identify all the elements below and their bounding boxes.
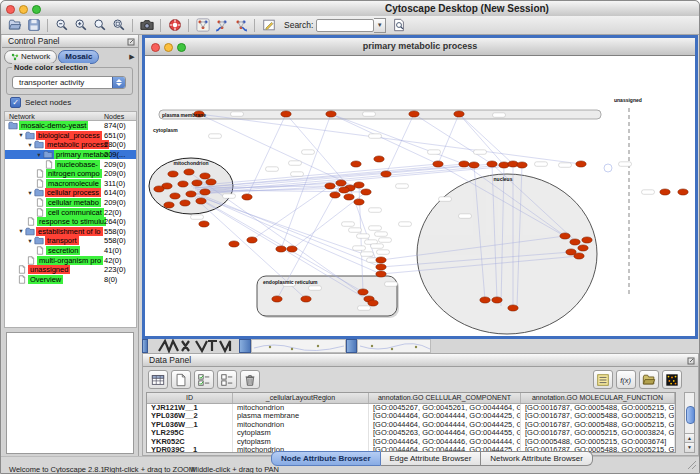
resize-grip[interactable] [687, 456, 697, 474]
scrollbar-thumb[interactable] [686, 406, 695, 424]
network-node[interactable] [351, 161, 361, 167]
view-all-networks-button[interactable] [194, 17, 211, 33]
tree-row-secretion[interactable]: secretion41(0) [5, 246, 136, 256]
network-node[interactable] [325, 183, 335, 189]
tab-scroll-right-button[interactable]: ▶ [127, 53, 137, 61]
network-node[interactable] [199, 221, 209, 227]
tree-row-metabolic-process[interactable]: ▼metabolic process280(0) [5, 140, 136, 150]
network-node[interactable] [168, 171, 178, 177]
network-node[interactable] [492, 297, 502, 303]
network-node[interactable] [180, 200, 190, 206]
advanced-search-button[interactable] [390, 17, 407, 33]
export-network-button[interactable] [232, 17, 249, 33]
network-node[interactable] [287, 246, 297, 252]
network-node[interactable] [276, 246, 286, 252]
expander-icon[interactable]: ▼ [26, 190, 34, 196]
table-row-ykr052c[interactable]: YKR052Ccytoplasm[GO:0044464, GO:0044446,… [147, 438, 675, 446]
tab-edge-attribute-browser[interactable]: Edge Attribute Browser [381, 451, 482, 466]
tree-row-response-to-stimulu[interactable]: response to stimulu264(0) [5, 217, 136, 227]
table-scrollbar[interactable]: ▲ ▼ [684, 392, 695, 453]
network-node[interactable] [361, 189, 371, 195]
network-node[interactable] [206, 179, 216, 185]
network-node[interactable] [178, 181, 188, 187]
select-attributes-button[interactable] [194, 370, 214, 389]
network-node[interactable] [508, 305, 518, 311]
snapshot-button[interactable] [138, 17, 155, 33]
search-input[interactable] [316, 19, 374, 32]
network-node[interactable] [330, 192, 340, 198]
tab-node-attribute-browser[interactable]: Node Attribute Browser [271, 451, 381, 466]
zoom-out-button[interactable] [53, 17, 70, 33]
tree-row-mosaic-demo-yeast[interactable]: mosaic-demo-yeast874(0) [5, 121, 136, 131]
network-node[interactable] [487, 161, 497, 167]
open-network-button[interactable] [6, 17, 23, 33]
select-nodes-checkbox[interactable]: ✓ [10, 97, 21, 108]
unselect-attributes-button[interactable] [217, 370, 237, 389]
float-panel-button[interactable] [127, 37, 135, 45]
network-node[interactable] [242, 194, 252, 200]
table-row-ylr295c[interactable]: YLR295Ccytoplasm[GO:0045263, GO:0044464,… [147, 429, 675, 437]
zoom-in-button[interactable] [72, 17, 89, 33]
network-node[interactable] [678, 189, 688, 195]
network-node[interactable] [376, 271, 386, 277]
network-node[interactable] [660, 189, 670, 195]
network-node[interactable] [354, 199, 364, 205]
tree-row-biological-process[interactable]: ▼biological_process651(0) [5, 131, 136, 141]
network-node[interactable] [192, 180, 202, 186]
column-header-annotation-go-cellular-component[interactable]: annotation.GO CELLULAR_COMPONENT [369, 393, 521, 403]
network-node[interactable] [374, 156, 384, 162]
network-node[interactable] [469, 162, 479, 168]
tree-row-establishment-of-lo[interactable]: ▼establishment of lo558(0) [5, 227, 136, 237]
network-node[interactable] [376, 257, 386, 263]
tree-row-nucleobase[interactable]: nucleobase-209(0) [5, 159, 136, 169]
tree-row-macromolecule[interactable]: macromolecule311(0) [5, 179, 136, 189]
zoom-selected-button[interactable] [91, 17, 108, 33]
network-node[interactable] [301, 296, 311, 302]
expander-icon[interactable]: ▼ [17, 132, 25, 138]
column-header-id[interactable]: ID [147, 393, 233, 403]
tree-row-unassigned[interactable]: unassigned223(0) [5, 265, 136, 275]
expander-icon[interactable]: ▼ [17, 228, 25, 234]
tab-network-attribute-browser[interactable]: Network Attribute Browser [481, 451, 592, 466]
network-node[interactable] [576, 161, 586, 167]
new-attribute-button[interactable] [171, 370, 191, 389]
tree-row-cell-communicat[interactable]: cell communicat22(0) [5, 207, 136, 217]
import-attributes-button[interactable] [639, 370, 659, 389]
expander-icon[interactable]: ▼ [35, 152, 43, 158]
import-network-button[interactable] [213, 17, 230, 33]
tree-row-primary-metabo[interactable]: ▼primary metabo209(... [5, 150, 136, 160]
network-node[interactable] [196, 198, 206, 204]
network-node[interactable] [574, 253, 584, 259]
network-node[interactable] [578, 245, 588, 251]
column-header-cellularlayoutregion[interactable]: _cellularLayoutRegion [233, 393, 369, 403]
network-node[interactable] [570, 239, 580, 245]
network-node[interactable] [499, 162, 509, 168]
network-node[interactable] [508, 161, 518, 167]
network-node[interactable] [454, 111, 464, 117]
attribute-table-button[interactable] [148, 370, 168, 389]
network-node[interactable] [339, 187, 349, 193]
network-node[interactable] [186, 191, 196, 197]
expander-icon[interactable]: ▼ [26, 142, 34, 148]
network-node[interactable] [326, 111, 336, 117]
network-node[interactable] [200, 173, 210, 179]
tree-row-overview[interactable]: Overview8(0) [5, 275, 136, 285]
network-node[interactable] [344, 194, 354, 200]
annotation-tool-button[interactable] [260, 17, 277, 33]
network-node[interactable] [459, 161, 469, 167]
network-node[interactable] [560, 233, 570, 239]
minimize-button[interactable] [19, 5, 28, 14]
expander-icon[interactable]: ▼ [26, 238, 34, 244]
column-header-annotation-go-molecular-function[interactable]: annotation.GO MOLECULAR_FUNCTION [521, 393, 675, 403]
attribute-list-button[interactable] [593, 370, 613, 389]
tree-row-multi-organism-pro[interactable]: multi-organism pro42(0) [5, 255, 136, 265]
node-color-combobox[interactable]: transporter activity [12, 76, 126, 89]
network-node[interactable] [409, 111, 419, 117]
network-node[interactable] [164, 202, 174, 208]
network-node[interactable] [229, 241, 239, 247]
formula-builder-button[interactable]: f(x) [616, 370, 636, 389]
network-node[interactable] [358, 289, 368, 295]
network-node[interactable] [354, 182, 364, 188]
table-row-yjr121w-1[interactable]: YJR121W__1mitochondrion[GO:0045267, GO:0… [147, 404, 675, 412]
scroll-down-button[interactable]: ▼ [685, 442, 694, 452]
